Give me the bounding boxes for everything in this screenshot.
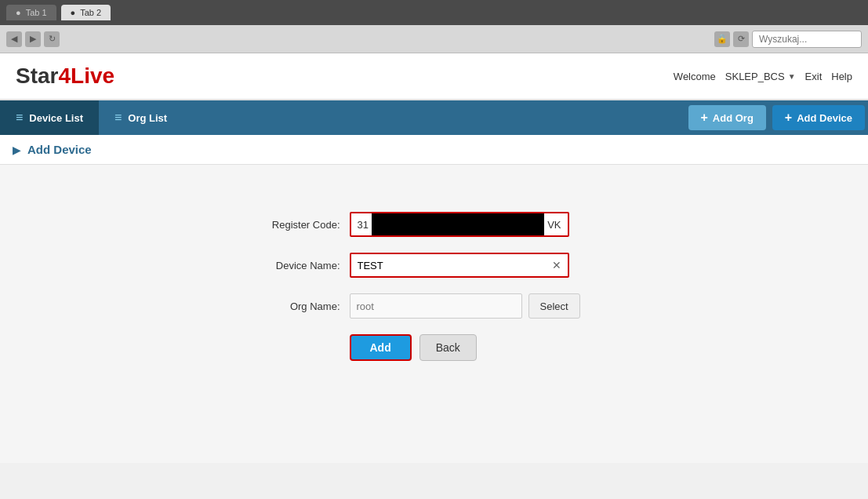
form-area: Register Code: 31 VK Device Name: ✕ Org … (0, 165, 868, 463)
user-name: SKLEP_BCS (725, 71, 785, 82)
add-device-nav-button[interactable]: + Add Device (772, 105, 865, 130)
browser-chrome: ● Tab 1 ● Tab 2 (0, 0, 868, 25)
exit-link[interactable]: Exit (805, 71, 823, 82)
register-code-label: Register Code: (238, 219, 340, 231)
nav-org-list-label: Org List (128, 112, 167, 124)
plus-icon-device: + (785, 111, 792, 125)
help-link[interactable]: Help (831, 71, 852, 82)
device-name-row: Device Name: ✕ (238, 253, 630, 278)
org-name-input[interactable] (350, 293, 522, 319)
device-name-input[interactable] (351, 257, 546, 275)
list-icon-device: ≡ (16, 111, 23, 125)
app-header: Star4Live Welcome SKLEP_BCS ▼ Exit Help (0, 53, 868, 100)
tab-1-label: ● (16, 8, 21, 17)
welcome-text: Welcome (674, 71, 716, 82)
nav-bar: ≡ Device List ≡ Org List + Add Org + Add… (0, 100, 868, 135)
add-org-label: Add Org (713, 112, 754, 124)
nav-device-list[interactable]: ≡ Device List (0, 100, 99, 135)
register-code-redacted (372, 213, 544, 235)
forward-nav-icon[interactable]: ▶ (25, 31, 41, 47)
tab-1-text: Tab 1 (26, 8, 47, 17)
org-name-label: Org Name: (238, 300, 340, 312)
header-right: Welcome SKLEP_BCS ▼ Exit Help (674, 71, 852, 82)
org-field-group: Select (350, 293, 580, 319)
register-code-suffix: VK (544, 216, 567, 234)
plus-icon-org: + (701, 111, 708, 125)
device-name-field[interactable]: ✕ (350, 253, 569, 278)
browser-tab-2[interactable]: ● Tab 2 (61, 5, 111, 20)
browser-toolbar: ◀ ▶ ↻ 🔒 ⟳ (0, 25, 868, 53)
logo-live: Live (71, 64, 114, 88)
nav-org-list[interactable]: ≡ Org List (99, 100, 183, 135)
clear-device-name-button[interactable]: ✕ (546, 256, 568, 275)
back-nav-icon[interactable]: ◀ (6, 31, 22, 47)
form-container: Register Code: 31 VK Device Name: ✕ Org … (238, 212, 630, 361)
user-dropdown[interactable]: SKLEP_BCS ▼ (725, 71, 796, 82)
org-name-row: Org Name: Select (238, 293, 630, 319)
tab-2-text: Tab 2 (80, 8, 101, 17)
action-row: Add Back (350, 334, 630, 361)
app-logo: Star4Live (16, 64, 114, 89)
lock-icon: 🔒 (714, 31, 730, 47)
chevron-down-icon: ▼ (788, 72, 796, 81)
add-device-nav-label: Add Device (797, 112, 852, 124)
logo-star: Star (16, 64, 58, 88)
back-button[interactable]: Back (419, 334, 477, 361)
register-code-prefix: 31 (351, 216, 372, 234)
register-code-field[interactable]: 31 VK (350, 212, 569, 237)
breadcrumb: ▶ Add Device (0, 135, 868, 165)
logo-4: 4 (58, 64, 71, 88)
device-name-label: Device Name: (238, 260, 340, 271)
add-org-button[interactable]: + Add Org (688, 105, 766, 130)
content-area: ▶ Add Device Register Code: 31 VK Device… (0, 135, 868, 463)
tab-2-label: ● (71, 8, 76, 17)
register-code-row: Register Code: 31 VK (238, 212, 630, 237)
nav-device-list-label: Device List (29, 112, 83, 124)
browser-tab-1[interactable]: ● Tab 1 (6, 5, 56, 20)
add-button[interactable]: Add (350, 334, 412, 361)
reload-icon[interactable]: ⟳ (733, 31, 749, 47)
list-icon-org: ≡ (114, 111, 122, 125)
refresh-icon[interactable]: ↻ (44, 31, 60, 47)
search-input[interactable] (752, 31, 862, 48)
breadcrumb-arrow-icon[interactable]: ▶ (13, 144, 21, 156)
breadcrumb-text: Add Device (27, 143, 92, 156)
select-org-button[interactable]: Select (528, 293, 580, 319)
